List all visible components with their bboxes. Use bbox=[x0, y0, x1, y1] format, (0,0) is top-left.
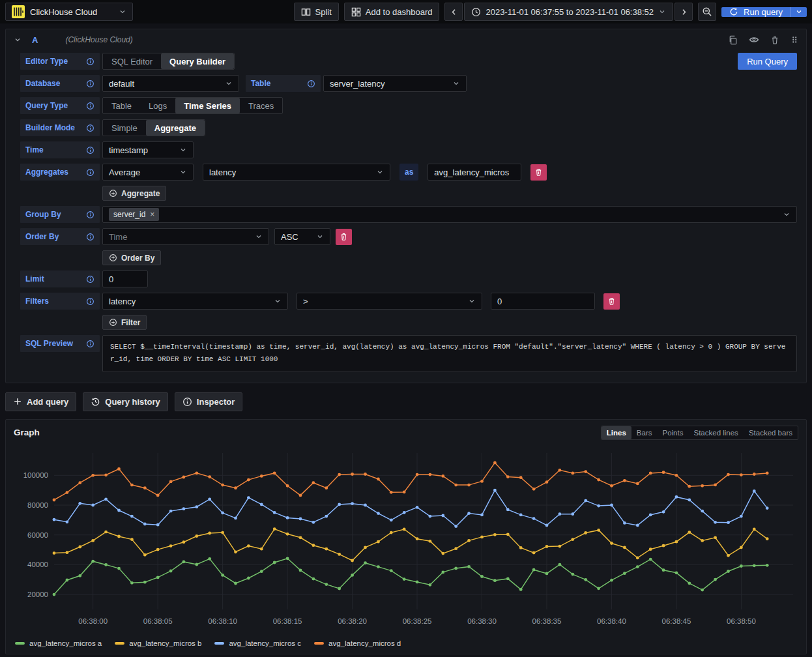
series-point bbox=[454, 483, 457, 486]
x-axis-tick-label: 06:38:15 bbox=[273, 617, 302, 625]
info-icon[interactable] bbox=[86, 275, 94, 284]
time-column-select[interactable]: timestamp bbox=[102, 141, 194, 158]
sql-preview-text: SELECT $__timeInterval(timestamp) as tim… bbox=[102, 335, 797, 372]
series-point bbox=[416, 506, 419, 509]
series-point bbox=[480, 575, 484, 578]
legend-item[interactable]: avg_latency_micros b bbox=[115, 639, 201, 647]
series-point bbox=[597, 478, 600, 481]
builder-mode-aggregate[interactable]: Aggregate bbox=[146, 120, 205, 136]
zoom-out-button[interactable] bbox=[698, 3, 716, 21]
series-point bbox=[688, 531, 691, 534]
filter-value-input[interactable]: 0 bbox=[491, 293, 595, 310]
query-ref-id[interactable]: A bbox=[32, 35, 38, 45]
info-icon[interactable] bbox=[86, 102, 94, 110]
editor-type-sql-editor[interactable]: SQL Editor bbox=[103, 53, 161, 69]
aggregate-function-select[interactable]: Average bbox=[102, 164, 194, 181]
time-shift-forward-button[interactable] bbox=[674, 3, 693, 21]
series-point bbox=[195, 534, 198, 538]
graph-style-stacked-lines[interactable]: Stacked lines bbox=[688, 426, 743, 439]
graph-style-points[interactable]: Points bbox=[658, 426, 689, 439]
trash-icon bbox=[607, 297, 616, 306]
order-by-direction-select[interactable]: ASC bbox=[274, 228, 330, 245]
query-type-traces[interactable]: Traces bbox=[240, 98, 282, 113]
legend-item[interactable]: avg_latency_micros d bbox=[314, 639, 401, 647]
time-shift-back-button[interactable] bbox=[444, 3, 463, 21]
series-point bbox=[299, 517, 302, 520]
series-point bbox=[247, 496, 250, 499]
aggregate-column-select[interactable]: latency bbox=[203, 164, 390, 181]
info-icon[interactable] bbox=[86, 168, 94, 177]
delete-query-trash-icon[interactable] bbox=[770, 35, 779, 45]
info-icon[interactable] bbox=[86, 233, 94, 241]
duplicate-query-icon[interactable] bbox=[728, 35, 738, 45]
legend-swatch bbox=[314, 642, 324, 645]
x-axis-tick-label: 06:38:10 bbox=[208, 617, 237, 625]
add-query-button[interactable]: Add query bbox=[5, 392, 76, 411]
series-point bbox=[766, 563, 769, 566]
info-icon[interactable] bbox=[86, 340, 94, 348]
add-order-by-button[interactable]: Order By bbox=[102, 250, 161, 265]
builder-mode-switch: Simple Aggregate bbox=[102, 119, 205, 136]
info-icon[interactable] bbox=[86, 124, 94, 132]
query-type-logs[interactable]: Logs bbox=[140, 98, 175, 113]
info-icon[interactable] bbox=[86, 57, 94, 66]
graph-style-lines[interactable]: Lines bbox=[602, 426, 631, 439]
query-type-switch: Table Logs Time Series Traces bbox=[102, 97, 283, 114]
query-type-time-series[interactable]: Time Series bbox=[175, 98, 240, 113]
info-icon[interactable] bbox=[86, 211, 94, 219]
x-axis-tick-label: 06:38:45 bbox=[662, 617, 691, 625]
series-point bbox=[377, 565, 380, 568]
remove-order-by-button[interactable] bbox=[336, 229, 352, 245]
series-point bbox=[584, 499, 587, 502]
graph-style-stacked-bars[interactable]: Stacked bars bbox=[744, 426, 798, 439]
series-point bbox=[753, 473, 756, 476]
add-filter-button[interactable]: Filter bbox=[102, 315, 147, 330]
database-select[interactable]: default bbox=[102, 75, 239, 92]
filter-operator-select[interactable]: > bbox=[297, 293, 482, 310]
x-axis-tick-label: 06:38:35 bbox=[532, 617, 562, 625]
query-type-table[interactable]: Table bbox=[103, 98, 140, 113]
chevron-down-icon bbox=[179, 168, 187, 176]
run-query-button[interactable]: Run query bbox=[721, 7, 790, 17]
info-icon[interactable] bbox=[86, 297, 94, 306]
info-icon[interactable] bbox=[86, 80, 94, 88]
legend-item[interactable]: avg_latency_micros c bbox=[214, 639, 301, 647]
remove-filter-button[interactable] bbox=[603, 293, 620, 310]
table-select[interactable]: server_latency bbox=[323, 75, 467, 92]
query-history-button[interactable]: Query history bbox=[83, 392, 168, 411]
series-point bbox=[104, 473, 108, 476]
add-aggregate-button[interactable]: Aggregate bbox=[102, 186, 166, 201]
chevron-down-icon bbox=[658, 8, 666, 16]
order-by-field-select[interactable]: Time bbox=[102, 228, 269, 245]
datasource-picker[interactable]: ClickHouse Cloud bbox=[5, 3, 133, 21]
legend-item[interactable]: avg_latency_micros a bbox=[15, 639, 102, 647]
inspector-button[interactable]: Inspector bbox=[175, 392, 243, 411]
series-point bbox=[493, 579, 497, 582]
time-range-picker[interactable]: 2023-11-01 06:37:55 to 2023-11-01 06:38:… bbox=[464, 3, 673, 21]
limit-input[interactable]: 0 bbox=[102, 270, 148, 287]
series-point bbox=[519, 546, 523, 549]
series-point bbox=[441, 514, 444, 517]
remove-aggregate-button[interactable] bbox=[530, 164, 547, 181]
graph-style-bars[interactable]: Bars bbox=[631, 426, 658, 439]
drag-handle-icon[interactable] bbox=[790, 35, 798, 44]
series-point bbox=[480, 535, 484, 538]
series-point bbox=[104, 563, 108, 566]
run-query-dropdown-button[interactable] bbox=[790, 7, 807, 17]
remove-tag-icon[interactable]: × bbox=[150, 210, 154, 219]
add-to-dashboard-button[interactable]: Add to dashboard bbox=[344, 3, 440, 21]
info-icon[interactable] bbox=[86, 146, 94, 154]
group-by-multiselect[interactable]: server_id × bbox=[102, 206, 797, 223]
hide-query-eye-icon[interactable] bbox=[749, 35, 759, 45]
editor-run-query-button[interactable]: Run Query bbox=[738, 53, 797, 70]
add-to-dashboard-label: Add to dashboard bbox=[366, 7, 433, 17]
filter-field-select[interactable]: latency bbox=[102, 293, 288, 310]
builder-mode-simple[interactable]: Simple bbox=[103, 120, 146, 136]
collapse-chevron-icon[interactable] bbox=[14, 36, 22, 44]
split-button[interactable]: Split bbox=[294, 3, 339, 21]
info-icon[interactable] bbox=[307, 80, 315, 88]
editor-type-query-builder[interactable]: Query Builder bbox=[161, 53, 234, 69]
timeseries-chart[interactable]: 2000040000600008000010000006:38:0006:38:… bbox=[12, 445, 798, 638]
aggregate-alias-input[interactable]: avg_latency_micros bbox=[428, 164, 521, 181]
series-point bbox=[117, 566, 121, 570]
